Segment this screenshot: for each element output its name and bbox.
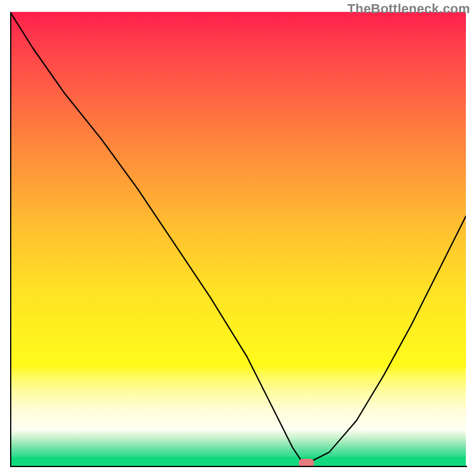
plot-area [10,12,466,466]
bottleneck-curve [10,12,466,466]
y-axis-line [10,12,11,467]
x-axis-line [10,466,467,467]
optimal-marker [299,459,314,466]
bottleneck-chart: TheBottleneck.com [0,0,476,476]
curve-path [10,12,466,461]
